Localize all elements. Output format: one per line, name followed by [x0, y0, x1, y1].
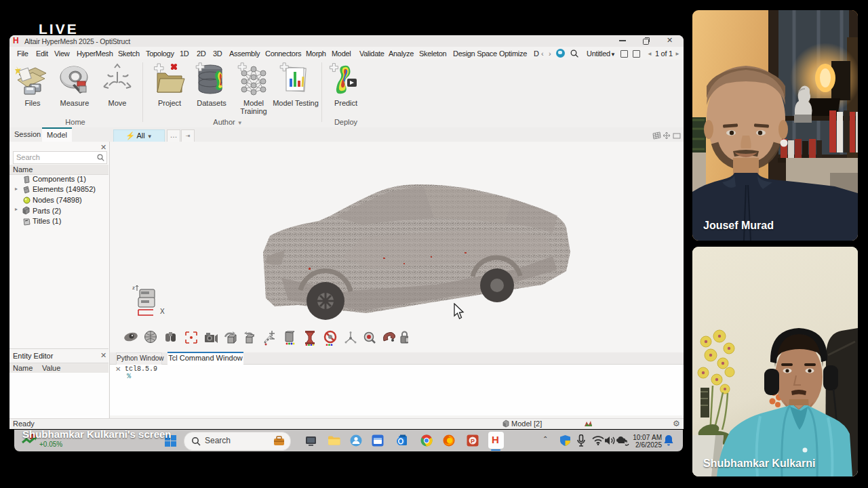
- svg-text:X: X: [160, 308, 165, 315]
- svg-text:z: z: [132, 285, 135, 291]
- svg-text:P: P: [471, 438, 475, 445]
